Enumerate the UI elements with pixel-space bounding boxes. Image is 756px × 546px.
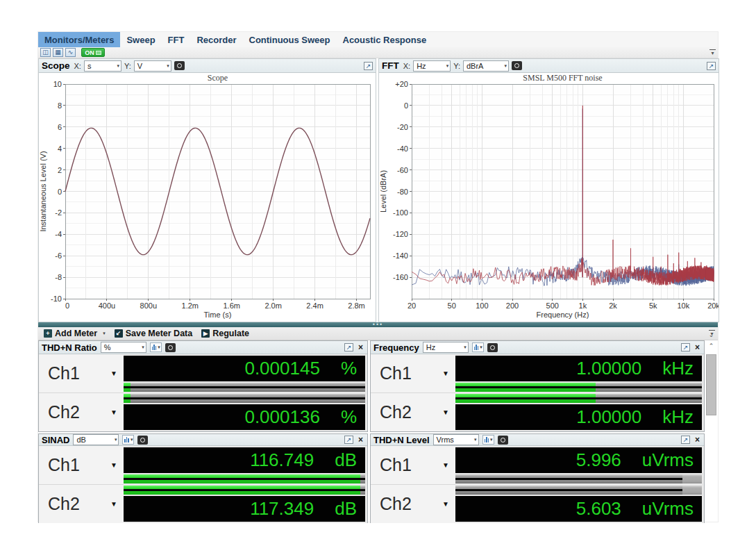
close-icon[interactable]: × [357, 343, 364, 351]
svg-text:1k: 1k [579, 301, 587, 310]
snapshot-icon[interactable] [137, 436, 148, 445]
add-meter-button[interactable]: + Add Meter▾ [41, 329, 108, 338]
regulate-button[interactable]: ▶ Regulate [199, 329, 252, 338]
meter-view-icon[interactable]: ▾ [472, 342, 484, 352]
svg-text:200: 200 [506, 301, 519, 310]
horizontal-splitter[interactable]: ••• [38, 322, 718, 327]
svg-text:1.6m: 1.6m [223, 301, 240, 310]
close-icon[interactable]: × [357, 436, 364, 444]
scope-chart[interactable]: 1086420-2-4-6-8-100400u800u1.2m1.6m2.0m2… [39, 73, 376, 322]
monitors-toggle-icon[interactable]: ◫ [40, 48, 51, 57]
snapshot-icon[interactable] [498, 436, 508, 445]
meter-bar-ch2 [455, 486, 702, 495]
fft-chart[interactable]: +200-20-40-60-80-100-120-140-16020501002… [379, 73, 719, 322]
svg-text:-20: -20 [397, 123, 408, 131]
unit-dropdown[interactable]: dB▾ [73, 434, 119, 445]
svg-text:Level (dBrA): Level (dBrA) [379, 170, 387, 213]
scope-x-unit-dropdown[interactable]: s▾ [84, 60, 121, 72]
svg-text:0: 0 [58, 188, 62, 196]
tab-recorder[interactable]: Recorder [190, 32, 242, 47]
svg-text:1.2m: 1.2m [182, 301, 199, 310]
unit-dropdown[interactable]: Vrms▾ [433, 434, 479, 445]
svg-text:2: 2 [58, 166, 62, 174]
svg-text:2.4m: 2.4m [306, 301, 323, 310]
undock-icon[interactable]: ↗ [681, 343, 690, 351]
tab-sweep[interactable]: Sweep [120, 32, 161, 47]
scope-y-label: Y: [124, 62, 131, 70]
channel-selector-ch2[interactable]: Ch2▼ [371, 484, 455, 523]
meter-title: Frequency [373, 342, 419, 353]
close-icon[interactable]: × [694, 343, 701, 351]
meter-values: 5.996uVrms 5.603uVrms [455, 446, 704, 523]
svg-text:4: 4 [58, 144, 62, 153]
meter-body: Ch1▼ Ch2▼ 5.996uVrms 5.603uVrms [371, 446, 704, 523]
channel-selector-ch1[interactable]: Ch1▼ [371, 354, 455, 392]
svg-text:SMSL M500 FFT noise: SMSL M500 FFT noise [523, 73, 602, 83]
signal-monitor-icon[interactable]: ∿ [65, 48, 76, 57]
undock-icon[interactable]: ↗ [681, 436, 690, 444]
toolbar-overflow-icon[interactable]: ▾ [709, 49, 716, 56]
svg-text:5k: 5k [649, 301, 657, 310]
tab-continuous-sweep[interactable]: Continuous Sweep [243, 32, 337, 47]
close-icon[interactable]: × [694, 436, 701, 444]
meter-bar-ch1 [455, 383, 702, 392]
channel-selector-ch1[interactable]: Ch1▼ [39, 354, 124, 392]
save-meter-data-button[interactable]: ↙ Save Meter Data [112, 329, 196, 338]
meter-display-ch1: 0.000145% [124, 356, 365, 381]
meter-bar-ch2 [455, 394, 702, 403]
channel-selector-ch2[interactable]: Ch2▼ [39, 484, 124, 523]
meter-bar-ch1 [124, 383, 365, 392]
unit-dropdown[interactable]: Hz▾ [423, 342, 469, 353]
snapshot-icon[interactable] [487, 343, 498, 352]
meter-bar-ch2 [124, 486, 365, 495]
scrollbar-thumb[interactable] [706, 354, 716, 415]
channel-selector-ch2[interactable]: Ch2▼ [39, 392, 124, 431]
undock-icon[interactable]: ↗ [344, 436, 353, 444]
channel-selector-ch2[interactable]: Ch2▼ [371, 392, 455, 431]
fft-panel: FFT X: Hz▾ Y: dBrA▾ ↗ +200-20-40-60-80-1… [378, 58, 719, 322]
undock-icon[interactable]: ↗ [344, 343, 353, 351]
meter-body: Ch1▼ Ch2▼ 116.749dB 117.349dB [39, 446, 367, 523]
scope-y-unit-dropdown[interactable]: V▾ [134, 60, 171, 72]
apx500-window: Monitors/Meters Sweep FFT Recorder Conti… [37, 31, 719, 522]
tab-fft[interactable]: FFT [162, 32, 191, 47]
fft-y-unit-dropdown[interactable]: dBrA▾ [463, 60, 509, 72]
tab-acoustic-response[interactable]: Acoustic Response [337, 32, 433, 47]
svg-text:Scope: Scope [208, 73, 228, 83]
snapshot-icon[interactable] [174, 61, 185, 70]
snapshot-icon[interactable] [165, 343, 176, 352]
svg-text:-160: -160 [393, 273, 408, 281]
snapshot-icon[interactable] [512, 61, 522, 70]
meters-toggle-icon[interactable]: ▦ [53, 48, 63, 57]
svg-text:20: 20 [408, 301, 416, 310]
meter-title: THD+N Ratio [42, 342, 97, 353]
scroll-down-icon[interactable]: ⌄ [705, 329, 718, 340]
channel-selector-ch1[interactable]: Ch1▼ [371, 446, 455, 484]
svg-text:500: 500 [546, 301, 559, 310]
svg-text:6: 6 [58, 123, 62, 131]
meter-display-ch2: 5.603uVrms [455, 496, 702, 522]
scroll-up-icon[interactable]: ⌃ [705, 340, 718, 351]
meter-values: 0.000145% 0.000136% [124, 354, 367, 431]
svg-text:+20: +20 [395, 80, 408, 88]
meter-view-icon[interactable]: ▾ [122, 435, 134, 445]
svg-text:100: 100 [476, 301, 488, 310]
generator-on-toggle[interactable]: ON [81, 48, 105, 57]
meter-view-icon[interactable]: ▾ [482, 435, 494, 445]
channel-selector-ch1[interactable]: Ch1▼ [39, 446, 124, 484]
tab-monitors-meters[interactable]: Monitors/Meters [38, 32, 120, 47]
fft-x-unit-dropdown[interactable]: Hz▾ [413, 60, 451, 72]
svg-text:2k: 2k [609, 301, 617, 310]
meter-header: Frequency Hz▾ ▾ ↗ × [371, 341, 704, 354]
meter-display-ch2: 117.349dB [124, 496, 365, 522]
meter-toolbar: + Add Meter▾ ↙ Save Meter Data ▶ Regulat… [38, 327, 718, 340]
meter-header: THD+N Ratio %▾ ▾ ↗ × [39, 341, 367, 354]
meter-view-icon[interactable]: ▾ [150, 342, 162, 352]
undock-icon[interactable]: ↗ [707, 62, 716, 70]
unit-dropdown[interactable]: %▾ [101, 342, 146, 353]
fft-panel-header: FFT X: Hz▾ Y: dBrA▾ ↗ [379, 59, 719, 73]
svg-text:-120: -120 [393, 230, 408, 238]
undock-icon[interactable]: ↗ [364, 62, 373, 70]
svg-text:10k: 10k [677, 301, 689, 310]
generator-screen-icon [96, 51, 101, 55]
